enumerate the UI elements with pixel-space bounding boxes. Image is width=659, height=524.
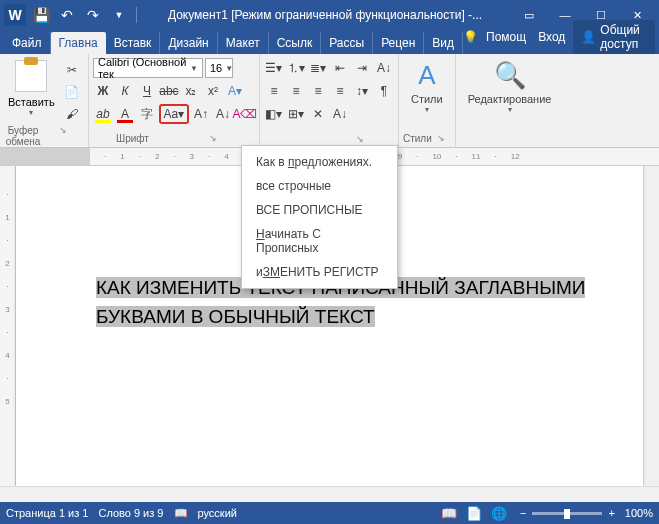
- increase-indent-button[interactable]: ⇥: [352, 58, 372, 78]
- statusbar: Страница 1 из 1 Слово 9 из 9 📖 русский 📖…: [0, 502, 659, 524]
- group-styles: A Стили ▾ Стили↘: [399, 54, 456, 147]
- line-spacing-button[interactable]: ↕▾: [352, 81, 372, 101]
- italic-button[interactable]: К: [115, 81, 135, 101]
- change-case-button[interactable]: Aa▾: [159, 104, 189, 124]
- text-effects-button[interactable]: A▾: [225, 81, 245, 101]
- person-icon: 👤: [581, 30, 596, 44]
- clear-formatting-button[interactable]: A⌫: [235, 104, 255, 124]
- align-center-button[interactable]: ≡: [286, 81, 306, 101]
- chevron-down-icon: ▼: [190, 64, 198, 73]
- font-launcher-icon[interactable]: ↘: [172, 133, 255, 144]
- tab-mailings[interactable]: Рассы: [321, 32, 373, 54]
- format-painter-icon[interactable]: 🖌: [61, 104, 83, 124]
- menu-sentence-case[interactable]: Как в предложениях.: [242, 150, 397, 174]
- find-icon: 🔍: [494, 60, 526, 91]
- styles-icon: A: [418, 60, 435, 91]
- vertical-scrollbar[interactable]: [643, 166, 659, 486]
- tab-view[interactable]: Вид: [424, 32, 463, 54]
- sort-button2[interactable]: A↓: [330, 104, 350, 124]
- horizontal-scrollbar[interactable]: [0, 486, 659, 502]
- change-case-menu: Как в предложениях. все строчные ВСЕ ПРО…: [241, 145, 398, 289]
- show-marks-button[interactable]: ¶: [374, 81, 394, 101]
- copy-icon[interactable]: 📄: [61, 82, 83, 102]
- print-layout-icon[interactable]: 📄: [466, 506, 482, 521]
- shading-button[interactable]: ◧▾: [264, 104, 284, 124]
- styles-launcher-icon[interactable]: ↘: [432, 133, 451, 144]
- decrease-indent-button[interactable]: ⇤: [330, 58, 350, 78]
- bullets-button[interactable]: ☰▾: [264, 58, 284, 78]
- shrink-font-button[interactable]: A↓: [213, 104, 233, 124]
- align-right-button[interactable]: ≡: [308, 81, 328, 101]
- vertical-ruler[interactable]: ·1·2·3·4·5: [0, 166, 16, 486]
- group-editing: 🔍 Редактирование ▾: [456, 54, 564, 147]
- sort-button[interactable]: A↓: [374, 58, 394, 78]
- font-color-button[interactable]: A: [115, 104, 135, 124]
- undo-icon[interactable]: ↶: [56, 4, 78, 26]
- zoom-thumb[interactable]: [564, 509, 570, 519]
- grow-font-button[interactable]: A↑: [191, 104, 211, 124]
- multilevel-button[interactable]: ≣▾: [308, 58, 328, 78]
- paragraph-launcher-icon[interactable]: ↘: [327, 134, 394, 144]
- align-left-button[interactable]: ≡: [264, 81, 284, 101]
- status-words[interactable]: Слово 9 из 9: [98, 507, 163, 519]
- chevron-down-icon: ▼: [225, 64, 233, 73]
- cut-icon[interactable]: ✂: [61, 60, 83, 80]
- word-icon[interactable]: W: [4, 4, 26, 26]
- font-size-combo[interactable]: 16▼: [205, 58, 233, 78]
- tab-layout[interactable]: Макет: [218, 32, 269, 54]
- zoom-slider[interactable]: − +: [520, 507, 615, 519]
- status-page[interactable]: Страница 1 из 1: [6, 507, 88, 519]
- save-icon[interactable]: 💾: [30, 4, 52, 26]
- status-spellcheck-icon[interactable]: 📖: [174, 507, 188, 520]
- paste-button[interactable]: Вставить ▾: [4, 56, 59, 121]
- read-mode-icon[interactable]: 📖: [441, 506, 457, 521]
- menu-toggle-case[interactable]: иЗМЕНИТЬ РЕГИСТР: [242, 260, 397, 284]
- zoom-out-icon[interactable]: −: [520, 507, 526, 519]
- ribbon-tabs: Файл Главна Вставк Дизайн Макет Ссылк Ра…: [0, 30, 659, 54]
- group-font: Calibri (Основной тек▼ 16▼ Ж К Ч abc x₂ …: [89, 54, 260, 147]
- tab-design[interactable]: Дизайн: [160, 32, 217, 54]
- paste-icon: [15, 60, 47, 92]
- ribbon: Вставить ▾ ✂ 📄 🖌 Буфер обмена↘ Calibri (…: [0, 54, 659, 148]
- zoom-level[interactable]: 100%: [625, 507, 653, 519]
- zoom-track[interactable]: [532, 512, 602, 515]
- tab-home[interactable]: Главна: [51, 32, 106, 54]
- styles-button[interactable]: A Стили ▾: [403, 56, 451, 118]
- font-name-combo[interactable]: Calibri (Основной тек▼: [93, 58, 203, 78]
- tab-review[interactable]: Рецен: [373, 32, 424, 54]
- subscript-button[interactable]: x₂: [181, 81, 201, 101]
- highlight-color-button[interactable]: ab: [93, 104, 113, 124]
- separator: [136, 7, 137, 23]
- help-button[interactable]: Помощ: [482, 28, 530, 46]
- quick-access-toolbar: W 💾 ↶ ↷ ▼: [4, 4, 139, 26]
- signin-button[interactable]: Вход: [534, 28, 569, 46]
- asian-layout-button[interactable]: ✕: [308, 104, 328, 124]
- superscript-button[interactable]: x²: [203, 81, 223, 101]
- tab-file[interactable]: Файл: [4, 32, 51, 54]
- underline-button[interactable]: Ч: [137, 81, 157, 101]
- share-button[interactable]: 👤 Общий доступ: [573, 20, 655, 54]
- group-paragraph: ☰▾ ⒈▾ ≣▾ ⇤ ⇥ A↓ ≡ ≡ ≡ ≡ ↕▾ ¶ ◧▾ ⊞▾: [260, 54, 399, 147]
- window-title: Документ1 [Режим ограниченной функционал…: [139, 8, 511, 22]
- tab-insert[interactable]: Вставк: [106, 32, 161, 54]
- view-controls: 📖 📄 🌐: [438, 506, 510, 521]
- clipboard-launcher-icon[interactable]: ↘: [42, 125, 84, 147]
- qat-customize-icon[interactable]: ▼: [108, 4, 130, 26]
- menu-lowercase[interactable]: все строчные: [242, 174, 397, 198]
- web-layout-icon[interactable]: 🌐: [491, 506, 507, 521]
- status-language[interactable]: русский: [198, 507, 237, 519]
- menu-capitalize[interactable]: Начинать С Прописных: [242, 222, 397, 260]
- borders-button[interactable]: ⊞▾: [286, 104, 306, 124]
- strikethrough-button[interactable]: abc: [159, 81, 179, 101]
- zoom-in-icon[interactable]: +: [608, 507, 614, 519]
- tab-references[interactable]: Ссылк: [269, 32, 322, 54]
- redo-icon[interactable]: ↷: [82, 4, 104, 26]
- group-clipboard: Вставить ▾ ✂ 📄 🖌 Буфер обмена↘: [0, 54, 89, 147]
- numbering-button[interactable]: ⒈▾: [286, 58, 306, 78]
- justify-button[interactable]: ≡: [330, 81, 350, 101]
- tell-me-icon[interactable]: 💡: [463, 30, 478, 44]
- editing-button[interactable]: 🔍 Редактирование ▾: [460, 56, 560, 118]
- enclose-button[interactable]: 字: [137, 104, 157, 124]
- menu-uppercase[interactable]: ВСЕ ПРОПИСНЫЕ: [242, 198, 397, 222]
- bold-button[interactable]: Ж: [93, 81, 113, 101]
